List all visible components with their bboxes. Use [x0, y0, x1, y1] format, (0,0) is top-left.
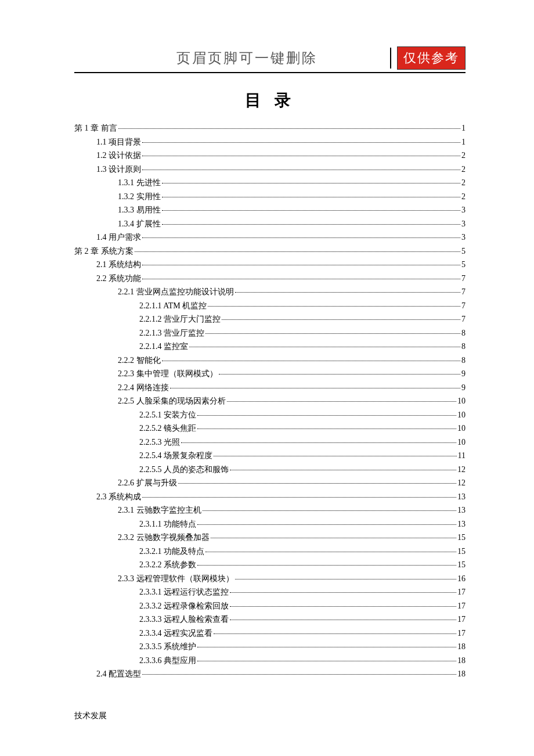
toc-entry-label: 1.3.3 易用性	[118, 206, 161, 214]
toc-leader-dots	[118, 128, 461, 129]
toc-leader-dots	[142, 279, 460, 279]
toc-entry: 2.3.2.1 功能及特点15	[74, 548, 466, 556]
toc-entry-page: 9	[461, 370, 466, 378]
toc-entry: 2.3.3.4 远程实况监看17	[74, 629, 466, 638]
toc-entry-page: 3	[461, 206, 466, 214]
toc-entry-label: 2.2.3 集中管理（联网模式）	[118, 370, 218, 378]
toc-leader-dots	[197, 415, 456, 416]
toc-leader-dots	[181, 442, 456, 443]
toc-leader-dots	[208, 306, 460, 307]
toc-entry-label: 1.1 项目背景	[96, 138, 141, 146]
toc-leader-dots	[197, 524, 456, 525]
toc-entry-label: 2.3.2.1 功能及特点	[139, 548, 204, 556]
toc-leader-dots	[142, 156, 460, 156]
header-badge: 仅供参考	[397, 46, 466, 70]
toc-leader-dots	[211, 538, 457, 538]
toc-entry: 2.2.1 营业网点监控功能设计说明7	[74, 288, 466, 296]
toc-entry: 2.3.3 远程管理软件（联网模块）16	[74, 575, 466, 583]
toc-entry: 2.3.3.3 远程人脸检索查看17	[74, 615, 466, 624]
toc-entry-page: 12	[457, 466, 466, 474]
toc-entry-label: 2.2.5.5 人员的姿态和服饰	[139, 466, 229, 474]
toc-entry: 2.2.5.4 场景复杂程度11	[74, 452, 466, 460]
toc-entry-label: 2.3.2.2 系统参数	[139, 561, 196, 569]
toc-leader-dots	[142, 170, 460, 170]
toc-entry: 2.2.1.3 营业厅监控8	[74, 329, 466, 337]
toc-entry: 2.2.6 扩展与升级12	[74, 479, 466, 487]
toc-entry-label: 2.3.3.5 系统维护	[139, 643, 196, 651]
toc-entry-label: 2.2.1.4 监控室	[139, 343, 188, 351]
toc-entry: 2.3.3.6 典型应用18	[74, 657, 466, 665]
toc-leader-dots	[142, 265, 460, 265]
toc-entry: 2.3 系统构成13	[74, 493, 466, 501]
toc-entry: 第 1 章 前言1	[74, 124, 466, 132]
toc-entry-page: 17	[457, 629, 466, 638]
toc-entry-page: 15	[457, 548, 466, 556]
toc-entry-page: 7	[461, 288, 466, 296]
toc-entry-label: 1.4 用户需求	[96, 233, 141, 242]
toc-entry: 2.3.3.1 远程运行状态监控17	[74, 588, 466, 596]
toc-entry-page: 18	[457, 657, 466, 665]
page-footer: 技术发展	[74, 711, 107, 721]
toc-entry: 2.3.1 云驰数字监控主机13	[74, 506, 466, 514]
toc-entry-page: 5	[461, 247, 466, 255]
toc-entry-page: 9	[461, 384, 466, 392]
toc-entry: 2.2.1.1 ATM 机监控7	[74, 302, 466, 310]
toc-entry-page: 8	[461, 329, 466, 337]
toc-entry-page: 18	[457, 670, 466, 678]
toc-entry: 1.4 用户需求3	[74, 233, 466, 242]
toc-entry-label: 2.3.3 远程管理软件（联网模块）	[118, 575, 234, 583]
toc-entry: 2.2.5.3 光照10	[74, 438, 466, 447]
toc-entry-label: 2.2.5.2 镜头焦距	[139, 424, 196, 433]
toc-entry-label: 2.3.3.4 远程实况监看	[139, 629, 212, 638]
toc-entry-label: 2.3.2 云驰数字视频叠加器	[118, 534, 210, 542]
toc-entry: 2.1 系统结构5	[74, 261, 466, 269]
toc-entry-label: 2.3.3.3 远程人脸检索查看	[139, 615, 229, 624]
header-divider	[390, 48, 391, 69]
toc-entry-label: 2.3.3.1 远程运行状态监控	[139, 588, 229, 596]
toc-entry-label: 2.2.1.1 ATM 机监控	[139, 302, 207, 310]
toc-entry: 2.3.2.2 系统参数15	[74, 561, 466, 569]
toc-entry: 1.3.1 先进性2	[74, 179, 466, 187]
page-header: 页眉页脚可一键删除 仅供参考	[74, 46, 466, 73]
toc-leader-dots	[162, 197, 461, 197]
toc-leader-dots	[230, 470, 456, 470]
toc-entry: 2.2.1.2 营业厅大门监控7	[74, 315, 466, 323]
toc-entry: 2.2.5.5 人员的姿态和服饰12	[74, 466, 466, 474]
toc-entry-label: 第 1 章 前言	[74, 124, 117, 132]
toc-entry-label: 2.2.5.3 光照	[139, 438, 180, 447]
toc-entry-label: 2.3.1.1 功能特点	[139, 520, 196, 528]
toc-entry: 1.1 项目背景1	[74, 138, 466, 146]
toc-entry: 2.3.3.5 系统维护18	[74, 643, 466, 651]
toc-leader-dots	[227, 401, 457, 402]
toc-entry-label: 2.1 系统结构	[96, 261, 141, 269]
toc-entry-label: 2.3.1 云驰数字监控主机	[118, 506, 201, 514]
toc-entry-label: 2.2 系统功能	[96, 275, 141, 283]
toc-entry: 2.2.5.1 安装方位10	[74, 411, 466, 419]
toc-leader-dots	[135, 251, 461, 252]
toc-entry-label: 2.2.1.2 营业厅大门监控	[139, 315, 221, 323]
toc-leader-dots	[142, 142, 460, 143]
toc-leader-dots	[197, 565, 456, 566]
toc-entry: 2.4 配置选型18	[74, 670, 466, 678]
toc-entry-page: 8	[461, 357, 466, 365]
toc-leader-dots	[162, 361, 461, 361]
toc-entry-page: 7	[461, 275, 466, 283]
toc-entry-label: 2.2.2 智能化	[118, 357, 161, 365]
toc-entry: 2.2.3 集中管理（联网模式）9	[74, 370, 466, 378]
toc-entry-page: 10	[457, 397, 466, 405]
toc-entry-page: 15	[457, 561, 466, 569]
toc-title: 目 录	[74, 89, 466, 111]
toc-leader-dots	[197, 647, 456, 647]
toc-entry: 2.3.3.2 远程录像检索回放17	[74, 602, 466, 610]
toc-leader-dots	[205, 333, 460, 334]
toc-entry-label: 1.3.1 先进性	[118, 179, 161, 187]
toc-leader-dots	[170, 388, 461, 388]
toc-entry-page: 1	[461, 138, 466, 146]
toc-entry-page: 2	[461, 165, 466, 174]
toc-leader-dots	[162, 183, 461, 183]
toc-entry-page: 17	[457, 602, 466, 610]
toc-leader-dots	[178, 483, 457, 484]
toc-leader-dots	[205, 552, 456, 552]
toc-entry-label: 2.2.1.3 营业厅监控	[139, 329, 204, 337]
toc-entry-page: 11	[458, 452, 466, 460]
